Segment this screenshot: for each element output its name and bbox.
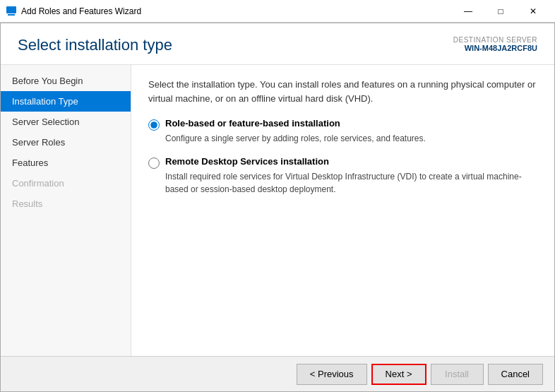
sidebar-item-installation-type[interactable]: Installation Type [1,91,131,112]
page-title: Select installation type [18,36,172,54]
sidebar: Before You Begin Installation Type Serve… [1,65,131,356]
app-icon [6,6,17,17]
option-role-based-label[interactable]: Role-based or feature-based installation [148,118,537,131]
body: Before You Begin Installation Type Serve… [1,65,554,356]
sidebar-item-confirmation: Confirmation [1,173,131,194]
header: Select installation type DESTINATION SER… [1,23,554,65]
cancel-button[interactable]: Cancel [488,364,543,385]
title-bar: Add Roles and Features Wizard — □ ✕ [0,0,555,23]
sidebar-item-results: Results [1,194,131,214]
option-remote-desktop: Remote Desktop Services installation Ins… [148,156,537,196]
previous-button[interactable]: < Previous [297,364,367,385]
radio-role-based[interactable] [148,119,160,131]
option-remote-desktop-desc: Install required role services for Virtu… [165,170,537,196]
option-role-based: Role-based or feature-based installation… [148,118,537,145]
minimize-button[interactable]: — [452,0,484,23]
main-window: Select installation type DESTINATION SER… [0,23,555,392]
sidebar-item-server-roles[interactable]: Server Roles [1,132,131,153]
content-area: Select the installation type. You can in… [131,65,554,356]
sidebar-item-features[interactable]: Features [1,153,131,173]
next-button[interactable]: Next > [371,364,426,385]
maximize-button[interactable]: □ [484,0,517,23]
window-title: Add Roles and Features Wizard [21,6,452,16]
option-role-based-desc: Configure a single server by adding role… [165,132,537,145]
svg-rect-0 [6,6,16,13]
option-remote-desktop-title: Remote Desktop Services installation [165,156,329,167]
radio-remote-desktop[interactable] [148,158,160,169]
svg-rect-1 [8,14,15,16]
server-name: WIN-M48JA2RCF8U [453,44,537,52]
window-controls: — □ ✕ [452,0,549,23]
sidebar-item-server-selection[interactable]: Server Selection [1,112,131,132]
destination-server: DESTINATION SERVER WIN-M48JA2RCF8U [453,36,537,52]
option-remote-desktop-label[interactable]: Remote Desktop Services installation [148,156,537,169]
footer: < Previous Next > Install Cancel [1,356,554,391]
sidebar-item-before-you-begin[interactable]: Before You Begin [1,71,131,91]
option-role-based-title: Role-based or feature-based installation [165,118,340,129]
destination-server-label: DESTINATION SERVER [453,36,537,44]
svg-rect-2 [6,8,16,8]
install-button[interactable]: Install [431,364,484,385]
intro-text: Select the installation type. You can in… [148,78,537,105]
close-button[interactable]: ✕ [517,0,549,23]
